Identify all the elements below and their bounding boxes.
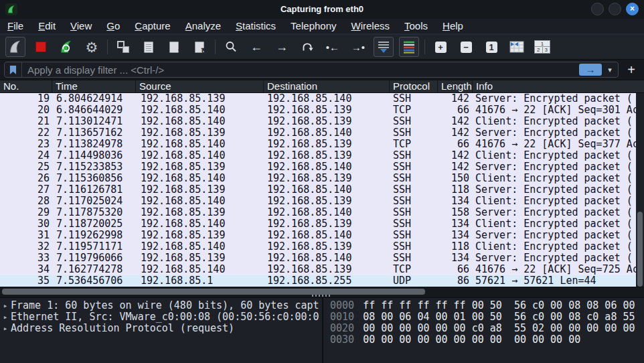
go-to-packet-button[interactable] [297,37,317,57]
reload-file-button[interactable]: ↻ [189,37,210,57]
shark-fin-icon [8,40,23,54]
search-icon [224,40,238,54]
zoom-in-button[interactable]: + [430,37,451,57]
menu-help[interactable]: Help [435,19,471,33]
go-back-button[interactable]: ← [246,37,266,57]
auto-scroll-button[interactable] [374,37,394,57]
column-header-protocol[interactable]: Protocol [390,80,438,92]
packet-row[interactable]: 337.119796066192.168.85.139192.168.85.14… [0,252,636,264]
window-title: Capturing from eth0 [0,0,644,19]
menu-capture[interactable]: Capture [127,19,177,33]
filter-dropdown-caret[interactable]: ▾ [605,66,615,74]
packet-list: 196.804624914192.168.85.139192.168.85.14… [0,93,644,287]
pane-splitter-handle-icon[interactable] [312,295,332,297]
packet-row[interactable]: 206.846644029192.168.85.140192.168.85.13… [0,104,636,116]
hex-dump-pane: 0000ff ff ff ff ff ff 00 50 56 c0 00 08 … [323,298,644,363]
packet-row[interactable]: 267.115360856192.168.85.140192.168.85.13… [0,173,636,184]
menu-go[interactable]: Go [99,19,127,33]
hex-dump: 0000ff ff ff ff ff ff 00 50 56 c0 00 08 … [323,300,644,346]
open-file-button[interactable] [113,37,133,57]
hex-row[interactable]: 002000 00 00 00 00 00 c0 a8 55 02 00 00 … [323,323,644,334]
maximize-button[interactable] [609,3,621,15]
packet-row[interactable]: 347.162774278192.168.85.140192.168.85.13… [0,264,636,275]
expand-arrow-icon[interactable]: ▸ [0,323,11,334]
bookmark-icon [9,65,17,75]
restart-capture-button[interactable] [56,37,76,57]
stop-capture-button[interactable] [31,37,51,57]
detail-tree: ▸Frame 1: 60 bytes on wire (480 bits), 6… [0,300,322,334]
column-header-length[interactable]: Length [438,80,473,92]
hscrollbar-thumb[interactable] [2,289,425,295]
hex-row[interactable]: 001008 00 06 04 00 01 00 50 56 c0 00 08 … [323,311,644,323]
go-first-packet-button[interactable]: •← [323,37,343,57]
toolbar-separator [215,40,216,54]
packet-row[interactable]: 217.113012471192.168.85.140192.168.85.13… [0,116,636,127]
zoom-out-icon: − [461,42,472,53]
hex-row[interactable]: 003000 00 00 00 00 00 00 00 00 00 00 00 [323,334,644,346]
packet-list-hscrollbar[interactable] [0,287,644,297]
menu-view[interactable]: View [63,19,99,33]
colorize-button[interactable] [399,37,419,57]
start-capture-button[interactable] [5,37,25,57]
column-header-no[interactable]: No. [0,80,52,92]
zoom-out-button[interactable]: − [456,37,476,57]
minimize-button[interactable] [591,3,604,15]
detail-row[interactable]: ▸Ethernet II, Src: VMware_c0:00:08 (00:5… [0,311,322,323]
add-filter-button[interactable]: + [624,61,639,78]
normal-size-button[interactable]: 1 [481,37,501,57]
resize-columns-icon [509,40,525,54]
expand-arrow-icon[interactable]: ▸ [0,311,11,323]
go-forward-button[interactable]: → [272,37,292,57]
go-last-packet-button[interactable]: →• [348,37,368,57]
menu-analyze[interactable]: Analyze [178,19,228,33]
packet-details-pane: ▸Frame 1: 60 bytes on wire (480 bits), 6… [0,298,322,363]
capture-options-button[interactable]: ⚙ [82,37,102,57]
menu-edit[interactable]: Edit [31,19,63,33]
hex-row[interactable]: 0000ff ff ff ff ff ff 00 50 56 c0 00 08 … [323,300,644,311]
save-file-button[interactable] [139,37,159,57]
menu-telephony[interactable]: Telephony [283,19,343,33]
close-button[interactable]: × [626,3,639,15]
packet-rows: 196.804624914192.168.85.139192.168.85.14… [0,93,636,287]
menu-wireless[interactable]: Wireless [344,19,398,33]
menu-statistics[interactable]: Statistics [228,19,283,33]
packet-row[interactable]: 237.113824978192.168.85.140192.168.85.13… [0,139,636,150]
apply-filter-button[interactable]: → [579,64,602,76]
packet-row[interactable]: 196.804624914192.168.85.139192.168.85.14… [0,93,636,104]
close-file-button[interactable]: × [164,37,184,57]
packet-row[interactable]: 227.113657162192.168.85.139192.168.85.14… [0,127,636,139]
packet-row[interactable]: 297.117875320192.168.85.139192.168.85.14… [0,207,636,218]
display-filter-input[interactable] [22,64,579,76]
detail-row[interactable]: ▸Address Resolution Protocol (request) [0,323,322,334]
column-header-time[interactable]: Time [52,80,136,92]
save-file-icon [144,42,153,53]
resize-columns-button[interactable] [507,37,527,57]
zoom-in-icon: + [435,42,447,53]
menu-tools[interactable]: Tools [397,19,435,33]
vscrollbar-thumb[interactable] [637,212,643,287]
packet-row[interactable]: 287.117025024192.168.85.140192.168.85.13… [0,196,636,207]
lower-panes: ▸Frame 1: 60 bytes on wire (480 bits), 6… [0,297,644,363]
hex-bytes: 08 00 06 04 00 01 00 50 56 c0 00 08 c0 a… [363,311,635,323]
layout-button[interactable]: 1 23 [532,37,552,57]
menu-file[interactable]: File [0,19,31,33]
packet-row[interactable]: 257.115233853192.168.85.139192.168.85.14… [0,161,636,173]
column-header-info[interactable]: Info [473,80,644,92]
hex-offset: 0030 [330,334,354,346]
packet-row[interactable]: 357.536456706192.168.85.1192.168.85.255U… [0,275,636,287]
packet-row[interactable]: 317.119262998192.168.85.139192.168.85.14… [0,230,636,241]
detail-row[interactable]: ▸Frame 1: 60 bytes on wire (480 bits), 6… [0,300,322,311]
packet-row[interactable]: 247.114498036192.168.85.140192.168.85.13… [0,150,636,161]
column-header-destination[interactable]: Destination [264,80,390,92]
find-packet-button[interactable] [221,37,241,57]
packet-list-vscrollbar[interactable] [636,93,644,287]
expand-arrow-icon[interactable]: ▸ [0,300,11,311]
normal-size-icon: 1 [486,42,497,53]
column-header-source[interactable]: Source [136,80,264,92]
gear-icon: ⚙ [86,40,98,54]
packet-row[interactable]: 277.116126781192.168.85.139192.168.85.14… [0,184,636,196]
menu-bar: FileEditViewGoCaptureAnalyzeStatisticsTe… [0,19,644,33]
packet-row[interactable]: 327.119571171192.168.85.140192.168.85.13… [0,241,636,252]
filter-bookmark-button[interactable] [5,62,22,77]
packet-row[interactable]: 307.118720025192.168.85.140192.168.85.13… [0,218,636,230]
